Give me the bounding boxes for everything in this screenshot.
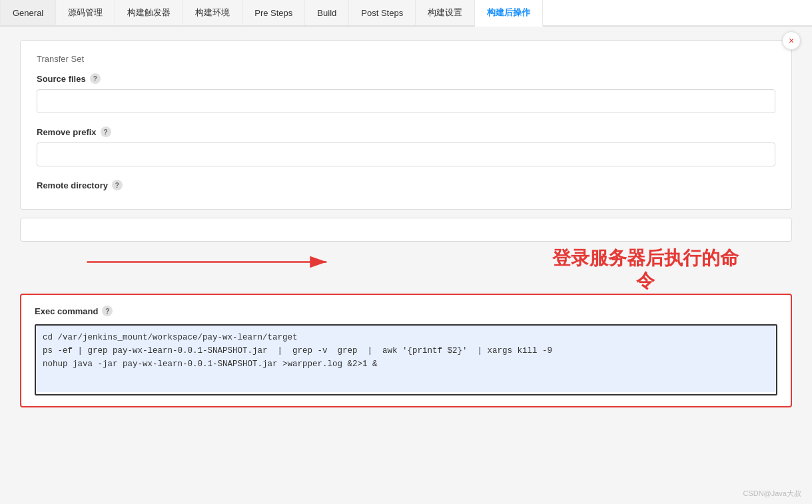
- exec-command-section: Exec command ? cd /var/jenkins_mount/wor…: [20, 294, 792, 407]
- tab-build[interactable]: Build: [305, 0, 349, 25]
- tab-source[interactable]: 源码管理: [56, 0, 115, 25]
- remove-prefix-help-icon[interactable]: ?: [101, 126, 111, 137]
- tab-bar: General源码管理构建触发器构建环境Pre StepsBuildPost S…: [0, 0, 812, 27]
- source-files-input[interactable]: [37, 89, 775, 113]
- remove-prefix-input[interactable]: [37, 142, 775, 166]
- remote-directory-label: Remote directory: [37, 180, 108, 190]
- transfer-set-card: × Transfer Set Source files ? Remove pre…: [20, 40, 792, 210]
- source-files-label: Source files: [37, 74, 86, 84]
- tab-settings[interactable]: 构建设置: [416, 0, 475, 25]
- tab-env[interactable]: 构建环境: [183, 0, 242, 25]
- main-content: × Transfer Set Source files ? Remove pre…: [0, 27, 812, 504]
- close-button[interactable]: ×: [782, 31, 801, 50]
- source-files-group: Source files ?: [37, 73, 775, 113]
- tab-postbuild[interactable]: 构建后操作: [475, 0, 543, 27]
- tab-trigger[interactable]: 构建触发器: [115, 0, 183, 25]
- remote-directory-help-icon[interactable]: ?: [112, 180, 123, 190]
- exec-command-help-icon[interactable]: ?: [102, 306, 113, 316]
- remove-prefix-label: Remove prefix: [37, 127, 97, 137]
- tab-presteps[interactable]: Pre Steps: [242, 0, 305, 25]
- exec-command-label-group: Exec command ?: [35, 306, 777, 316]
- remote-directory-input[interactable]: [20, 218, 792, 242]
- annotation-area: 登录服务器后执行的命 令: [20, 247, 792, 294]
- remove-prefix-group: Remove prefix ?: [37, 126, 775, 166]
- tab-poststeps[interactable]: Post Steps: [349, 0, 416, 25]
- remote-directory-label-group: Remote directory ?: [37, 180, 775, 190]
- watermark: CSDN@Java大叔: [743, 489, 801, 499]
- exec-command-label: Exec command: [35, 306, 98, 316]
- transfer-set-label: Transfer Set: [37, 54, 775, 64]
- exec-command-textarea[interactable]: cd /var/jenkins_mount/workspace/pay-wx-l…: [36, 326, 776, 392]
- annotation-text: 登录服务器后执行的命 令: [552, 247, 739, 292]
- tab-general[interactable]: General: [0, 0, 56, 25]
- annotation-arrow: [20, 247, 522, 294]
- exec-command-textarea-wrapper: cd /var/jenkins_mount/workspace/pay-wx-l…: [35, 324, 777, 395]
- source-files-help-icon[interactable]: ?: [90, 73, 101, 84]
- remote-directory-input-row: [20, 218, 792, 247]
